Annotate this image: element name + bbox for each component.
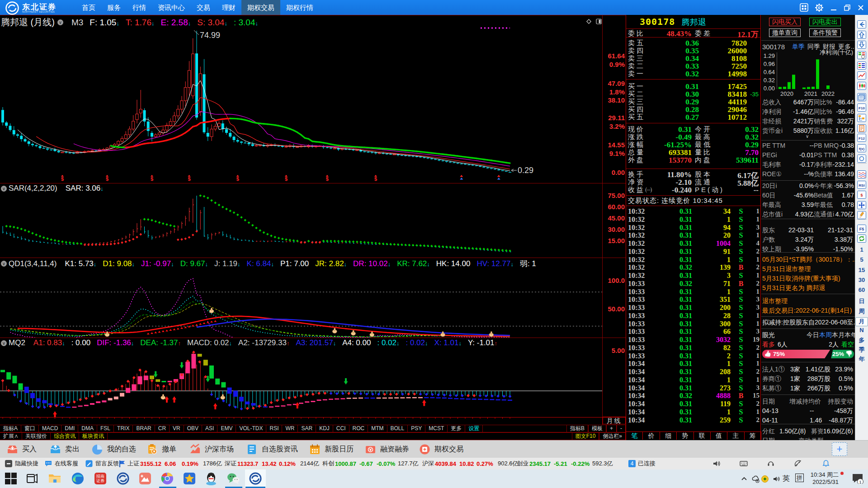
rsi-icon[interactable]: RSI xyxy=(857,181,866,189)
up-arrow-icon[interactable] xyxy=(857,31,866,39)
news-icon[interactable] xyxy=(857,93,866,101)
nesc-logo-icon[interactable] xyxy=(116,472,130,485)
quote-table-icon[interactable] xyxy=(857,61,866,70)
wave-icon[interactable] xyxy=(857,170,866,178)
indicator-tab-TRIX[interactable]: TRIX xyxy=(114,425,133,432)
indicator-tab-MACD[interactable]: MACD xyxy=(39,425,61,432)
line-chart-icon[interactable] xyxy=(857,71,866,80)
eye-tab-本周[interactable]: 本周 xyxy=(819,331,832,339)
indicator-tab-ASI[interactable]: ASI xyxy=(202,425,217,432)
extension-tab-扩展∧[interactable]: 扩展∧ xyxy=(0,433,22,440)
flash-buy-button[interactable]: 闪电买入 xyxy=(769,18,801,26)
period-5[interactable]: 5 xyxy=(855,256,868,263)
indicator-tab-SAR[interactable]: SAR xyxy=(298,425,316,432)
tab-模板[interactable]: 模板 xyxy=(588,425,606,432)
add-shortcut-button[interactable]: + xyxy=(832,442,847,456)
toolbar-item-买入[interactable]: 买入 xyxy=(6,441,37,458)
tab-侧边栏»[interactable]: 侧边栏» xyxy=(599,433,626,440)
back-arrow-icon[interactable] xyxy=(857,20,866,28)
period-日[interactable]: 日 xyxy=(855,297,868,305)
notification-center-icon[interactable]: 1 xyxy=(852,473,863,484)
indicator-tab-KDJ[interactable]: KDJ xyxy=(316,425,333,432)
collapse-chevron-icon[interactable]: ∨ xyxy=(1,340,7,346)
indicator-tab-BOLL[interactable]: BOLL xyxy=(387,425,408,432)
tray-volume-icon[interactable] xyxy=(772,475,780,483)
chrome-icon[interactable] xyxy=(160,472,174,485)
extension-tab-板块资讯[interactable]: 板块资讯 xyxy=(79,433,108,440)
volume-icon[interactable] xyxy=(712,458,721,469)
eye-tab-本年[interactable]: 本年 xyxy=(844,331,855,339)
toolbar-item-新股日历[interactable]: 新股日历 xyxy=(309,441,354,458)
period-15[interactable]: 15 xyxy=(855,267,868,273)
collapse-chevron-icon[interactable]: ∨ xyxy=(1,186,7,192)
star-app-icon[interactable] xyxy=(183,472,196,485)
move-cross-icon[interactable] xyxy=(857,201,866,209)
menu-item-首页[interactable]: 首页 xyxy=(76,0,101,15)
indicator-tab-MTM[interactable]: MTM xyxy=(368,425,387,432)
statusbar-在线客服[interactable]: 在线客服 xyxy=(44,458,78,469)
split-window-icon[interactable] xyxy=(596,19,602,24)
menu-item-期权行情[interactable]: 期权行情 xyxy=(280,0,319,15)
doc-archive-icon[interactable] xyxy=(857,124,866,132)
apps-grid-icon[interactable] xyxy=(800,3,808,12)
keyboard-icon[interactable] xyxy=(740,458,748,469)
period-周[interactable]: 周 xyxy=(855,307,868,315)
indicator-tab-设置[interactable]: 设置 xyxy=(465,425,483,432)
menu-item-期权交易[interactable]: 期权交易 xyxy=(241,0,280,15)
down-arrow-icon[interactable] xyxy=(857,41,866,49)
indicator-tab-PSY[interactable]: PSY xyxy=(408,425,425,432)
menu-item-服务[interactable]: 服务 xyxy=(101,0,127,15)
block-tree-icon[interactable] xyxy=(857,114,866,122)
menu-item-资讯中心[interactable]: 资讯中心 xyxy=(152,0,191,15)
period-1[interactable]: 1 xyxy=(855,246,868,253)
toolbar-item-撤单[interactable]: 撤单 xyxy=(146,441,176,458)
indicator-tab-WR[interactable]: WR xyxy=(282,425,298,432)
menu-item-理财[interactable]: 理财 xyxy=(216,0,241,15)
tab--[interactable]: - xyxy=(617,425,626,432)
tick-tab-主[interactable]: 主 xyxy=(727,432,744,440)
period-月[interactable]: 月 xyxy=(855,317,868,326)
tick-tab-筹[interactable]: 筹 xyxy=(745,432,761,440)
tick-tab-价[interactable]: 价 xyxy=(643,432,660,440)
news-row[interactable]: 5月31日取消停牌(重大事项) xyxy=(762,275,854,284)
menu-item-行情[interactable]: 行情 xyxy=(127,0,152,15)
toolbar-item-卖出[interactable]: 卖出 xyxy=(49,441,80,458)
toolbar-item-期权交易[interactable]: 期权交易 xyxy=(419,441,463,458)
indicator-tab-ROC[interactable]: ROC xyxy=(349,425,368,432)
statusbar-隐藏快捷[interactable]: 隐藏快捷 xyxy=(5,458,38,469)
collapse-chevron-icon[interactable]: ∨ xyxy=(1,261,7,267)
tab-指标B[interactable]: 指标B xyxy=(566,425,588,432)
indicator-tab-FSL[interactable]: FSL xyxy=(97,425,114,432)
wechat-icon[interactable] xyxy=(226,472,240,485)
toolbar-item-自选股资讯[interactable]: 自选股资讯 xyxy=(246,441,298,458)
period-30[interactable]: 30 xyxy=(855,277,868,283)
period-N[interactable]: N xyxy=(855,327,868,333)
cmsc-app-icon[interactable]: 招商证券 xyxy=(94,472,107,485)
nesc-active-icon[interactable] xyxy=(249,472,262,485)
cancel-query-button[interactable]: 撤单查询 xyxy=(769,28,801,37)
indicator-tab-CCI[interactable]: CCI xyxy=(333,425,349,432)
eye-tab-今日[interactable]: 今日 xyxy=(807,331,819,339)
start-icon[interactable] xyxy=(4,472,18,485)
indicator-tab-MCST[interactable]: MCST xyxy=(425,425,448,432)
toolbar-item-我的自选[interactable]: 我的自选 xyxy=(91,441,136,458)
f10-icon[interactable]: F10 xyxy=(857,103,866,112)
tick-tab-联[interactable]: 联 xyxy=(694,432,711,440)
tray-expand-icon[interactable] xyxy=(740,475,748,483)
qq-icon[interactable] xyxy=(204,472,218,485)
ime-indicator[interactable]: 拼 xyxy=(795,474,804,482)
photos-app-icon[interactable] xyxy=(138,472,152,485)
kline-chart-canvas[interactable]: 74.990.29$$$$$$$$ xyxy=(0,15,626,425)
satellite-icon[interactable] xyxy=(794,458,802,469)
pencil-icon[interactable] xyxy=(857,211,866,219)
minimize-icon[interactable] xyxy=(830,4,837,11)
indicator-tab-DMI[interactable]: DMI xyxy=(61,425,78,432)
toolbar-item-融资融券[interactable]: 融资融券 xyxy=(364,441,409,458)
headset-icon[interactable] xyxy=(767,458,775,469)
indicator-tab-窗口[interactable]: 窗口 xyxy=(21,425,39,432)
tick-tab-值[interactable]: 值 xyxy=(711,432,727,440)
condition-alert-button[interactable]: 条件预警 xyxy=(809,28,841,37)
tab-+[interactable]: + xyxy=(606,425,617,432)
close-icon[interactable] xyxy=(857,4,864,11)
indicator-tab-CR[interactable]: CR xyxy=(155,425,170,432)
